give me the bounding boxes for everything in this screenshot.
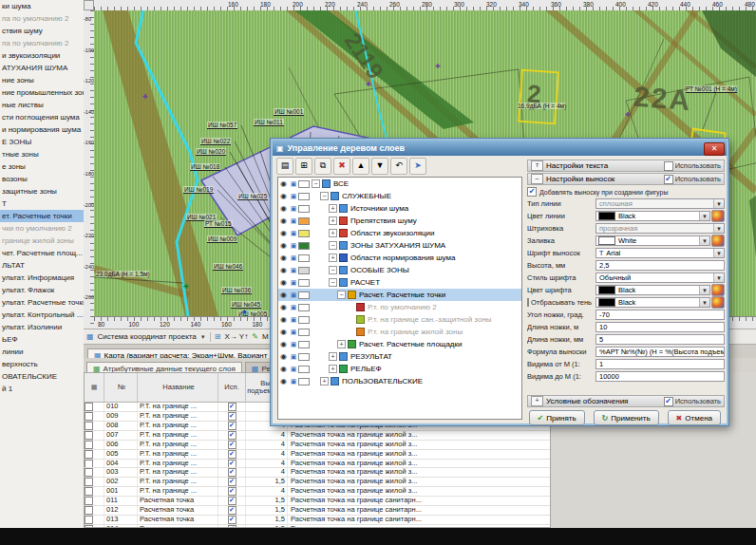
- apply-button[interactable]: ↻Применить: [594, 410, 659, 425]
- dialog-tree-row[interactable]: ◉▣+РЕЛЬЕФ: [278, 363, 521, 375]
- sidebar-layer-item[interactable]: ки шума: [0, 0, 84, 12]
- visibility-eye-icon[interactable]: ◉: [278, 192, 289, 200]
- table-row[interactable]: 012Расчетная точка✔1,5Расчетная точка на…: [85, 506, 550, 516]
- visibility-eye-icon[interactable]: ◉: [278, 216, 289, 225]
- color-picker-button[interactable]: [711, 296, 725, 309]
- row-select-checkbox[interactable]: [85, 450, 93, 459]
- row-select-checkbox[interactable]: [85, 497, 93, 505]
- dialog-tree-row[interactable]: ◉▣+Области звукоизоляции: [278, 227, 521, 239]
- move-up-button[interactable]: ▲: [352, 158, 369, 175]
- dialog-title-bar[interactable]: ▣ Управление деревом слоев: [273, 141, 727, 156]
- dialog-tree-row[interactable]: ◉▣−ЗОНЫ ЗАТУХАНИЯ ШУМА: [278, 239, 521, 252]
- section-collapse-icon[interactable]: +: [531, 396, 543, 406]
- field-control[interactable]: 10000: [595, 371, 725, 382]
- layer-color-swatch[interactable]: [298, 193, 310, 200]
- row-select-checkbox[interactable]: [85, 412, 93, 421]
- coord-system-dropdown[interactable]: ▼: [200, 334, 206, 340]
- use-checkbox[interactable]: ✔: [228, 487, 236, 496]
- use-checkbox[interactable]: [664, 161, 673, 171]
- dialog-tree-row[interactable]: ◉▣Р.т. на границе жилой зоны: [278, 326, 521, 338]
- sidebar-layer-item[interactable]: чки по умолчанию 2: [0, 222, 84, 235]
- dialog-tree-row[interactable]: ◉▣+Расчет. Расчетные площадки: [278, 338, 521, 350]
- dialog-tree-row[interactable]: ◉▣+Области нормирования шума: [278, 252, 521, 264]
- use-checkbox[interactable]: ✔: [228, 460, 236, 468]
- delete-layer-button[interactable]: ✖: [333, 158, 350, 175]
- chevron-down-icon[interactable]: ▼: [699, 212, 709, 220]
- expander-icon[interactable]: −: [312, 179, 320, 188]
- column-header[interactable]: ▦: [85, 373, 104, 402]
- add-layer-button[interactable]: ▤: [276, 158, 293, 175]
- visibility-eye-icon[interactable]: ◉: [278, 229, 289, 237]
- visibility-eye-icon[interactable]: ◉: [278, 340, 289, 348]
- expander-icon[interactable]: −: [320, 192, 329, 200]
- sidebar-layer-item[interactable]: е зоны: [0, 160, 84, 173]
- color-picker-button[interactable]: [711, 210, 725, 222]
- field-control[interactable]: 1: [595, 359, 725, 369]
- layer-color-swatch[interactable]: [298, 341, 310, 348]
- layer-color-swatch[interactable]: [298, 329, 310, 336]
- layer-color-swatch[interactable]: [298, 353, 310, 361]
- field-control[interactable]: %АРТ №%(№) (Н = %(Высота подъема)м): [595, 347, 725, 357]
- expander-icon[interactable]: +: [337, 340, 346, 348]
- add-callout-checkbox[interactable]: ✔: [527, 187, 537, 197]
- sidebar-layer-item[interactable]: верхность: [0, 358, 84, 370]
- dialog-layer-tree[interactable]: ◉▣−ВСЕ◉▣−СЛУЖЕБНЫЕ◉▣+Источники шума◉▣+Пр…: [277, 177, 522, 420]
- dialog-tree-row[interactable]: ◉▣−ОСОБЫЕ ЗОНЫ: [278, 264, 521, 276]
- expander-icon[interactable]: +: [329, 254, 337, 262]
- chevron-down-icon[interactable]: ▼: [713, 199, 724, 208]
- color-picker-button[interactable]: [711, 284, 725, 296]
- sidebar-layer-item[interactable]: й 1: [0, 383, 84, 395]
- sidebar-layer-item[interactable]: Е ЗОНЫ: [0, 136, 84, 148]
- sidebar-layer-item[interactable]: па по умолчанию 2: [0, 12, 84, 25]
- field-control[interactable]: Обычный▼: [595, 272, 725, 283]
- field-control[interactable]: Black▼: [595, 297, 710, 308]
- field-control[interactable]: White▼: [595, 235, 710, 246]
- row-select-checkbox[interactable]: [85, 487, 93, 496]
- expander-icon[interactable]: +: [329, 229, 337, 237]
- table-row[interactable]: 003Р.Т. на границе ...✔4Расчетная точка …: [85, 468, 550, 478]
- column-header[interactable]: №: [104, 373, 138, 402]
- visibility-eye-icon[interactable]: ◉: [278, 291, 289, 299]
- sidebar-layer-item[interactable]: границе жилой зоны: [0, 235, 84, 247]
- sidebar-layer-item[interactable]: ОВАТЕЛЬСКИЕ: [0, 370, 84, 383]
- close-icon[interactable]: ✕: [704, 142, 725, 156]
- dialog-tree-row[interactable]: ◉▣+ПОЛЬЗОВАТЕЛЬСКИЕ: [278, 375, 521, 387]
- chevron-down-icon[interactable]: ▼: [713, 273, 724, 282]
- table-row[interactable]: 006Р.Т. на границе ...✔4Расчетная точка …: [85, 441, 550, 450]
- field-control[interactable]: сплошная▼: [595, 198, 725, 209]
- use-checkbox[interactable]: ✔: [228, 468, 236, 477]
- measure-pen-icon[interactable]: ✎: [252, 332, 258, 341]
- expander-icon[interactable]: +: [320, 377, 329, 385]
- dialog-tree-row[interactable]: ◉▣−ВСЕ: [278, 178, 521, 190]
- use-checkbox[interactable]: ✔: [228, 497, 236, 505]
- chevron-down-icon[interactable]: ▼: [713, 224, 724, 233]
- expander-icon[interactable]: +: [329, 216, 337, 225]
- layer-color-swatch[interactable]: [298, 205, 310, 213]
- visibility-eye-icon[interactable]: ◉: [278, 315, 289, 324]
- table-row[interactable]: 002Р.Т. на границе ...✔1,5Расчетная точк…: [85, 478, 550, 487]
- layer-color-swatch[interactable]: [298, 217, 310, 225]
- section-collapse-icon[interactable]: т: [531, 160, 543, 171]
- visibility-eye-icon[interactable]: ◉: [278, 241, 289, 250]
- accept-button[interactable]: ✔Принять: [529, 410, 585, 425]
- dialog-tree-row[interactable]: ◉▣−РАСЧЕТ: [278, 276, 521, 289]
- move-down-button[interactable]: ▼: [371, 158, 388, 175]
- expander-icon[interactable]: −: [337, 291, 346, 299]
- visibility-eye-icon[interactable]: ◉: [278, 254, 289, 262]
- sidebar-layer-item[interactable]: защитные зоны: [0, 185, 84, 197]
- visibility-eye-icon[interactable]: ◉: [278, 377, 289, 385]
- dialog-tree-row[interactable]: ◉▣+Препятствия шуму: [278, 215, 521, 227]
- field-control[interactable]: 10: [595, 322, 725, 332]
- sidebar-layer-item[interactable]: ультат. Расчетные точки: [0, 296, 84, 309]
- expander-icon[interactable]: +: [329, 204, 337, 213]
- dialog-tree-row[interactable]: ◉▣+РЕЗУЛЬТАТ: [278, 350, 521, 363]
- layer-color-swatch[interactable]: [298, 291, 310, 299]
- layer-color-swatch[interactable]: [298, 378, 310, 385]
- layer-color-swatch[interactable]: [298, 316, 310, 324]
- use-checkbox[interactable]: ✔: [228, 412, 236, 421]
- field-control[interactable]: Black▼: [595, 211, 710, 221]
- use-checkbox[interactable]: ✔: [228, 516, 236, 524]
- sidebar-layer-item[interactable]: и звукоизоляции: [0, 49, 84, 62]
- field-control[interactable]: ТArial▼: [595, 248, 725, 258]
- table-row[interactable]: 013Расчетная точка✔1,5Расчетная точка на…: [85, 516, 550, 525]
